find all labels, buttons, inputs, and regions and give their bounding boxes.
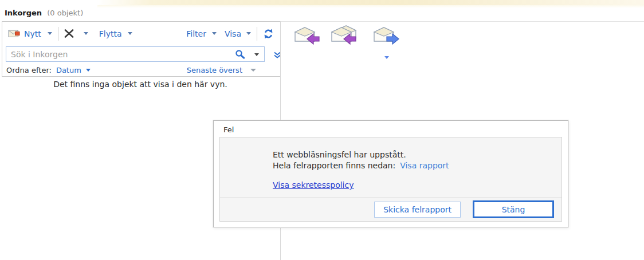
toolbar-separator (58, 27, 58, 41)
search-options-caret-icon[interactable] (254, 53, 259, 56)
forward-dropdown-caret-icon[interactable] (384, 50, 389, 61)
delete-x-icon[interactable] (64, 29, 74, 38)
close-button[interactable]: Stäng (473, 200, 554, 218)
new-button[interactable]: Nytt (24, 29, 41, 38)
refresh-icon[interactable] (263, 29, 274, 39)
move-dropdown-caret-icon[interactable] (128, 32, 132, 35)
owa-inbox-screen: Inkorgen (0 objekt) Nytt Flytta (0, 0, 644, 260)
search-input[interactable] (6, 46, 265, 62)
sort-field-dropdown[interactable]: Datum (56, 66, 81, 74)
forward-icon[interactable] (372, 26, 400, 48)
reading-pane-top-border (281, 21, 644, 22)
folder-title: Inkorgen (5, 9, 42, 17)
delete-dropdown-caret-icon[interactable] (84, 32, 88, 35)
sort-by-label: Ordna efter: (6, 66, 52, 74)
toolbar-separator (257, 27, 257, 41)
list-pane-controls: Nytt Flytta Filter Visa (2, 21, 281, 77)
sort-bar: Ordna efter: Datum Senaste överst (2, 64, 280, 76)
new-mail-icon[interactable] (8, 29, 21, 38)
view-dropdown-caret-icon[interactable] (246, 32, 251, 35)
privacy-policy-link[interactable]: Visa sekretesspolicy (273, 180, 354, 191)
view-report-link[interactable]: Visa rapport (400, 161, 449, 170)
folder-header: Inkorgen (0 objekt) (5, 9, 83, 17)
error-message-line1: Ett webbläsningsfel har uppstått. (273, 149, 556, 160)
folder-item-count: (0 objekt) (47, 9, 83, 17)
search-bar (2, 45, 280, 64)
new-dropdown-caret-icon[interactable] (48, 32, 52, 35)
reply-icon[interactable] (293, 26, 321, 48)
sort-order-dropdown[interactable]: Senaste överst (187, 66, 242, 74)
send-error-report-button[interactable]: Skicka felrapport (374, 202, 461, 218)
empty-list-message: Det finns inga objekt att visa i den här… (0, 80, 281, 89)
dialog-body-panel: Ett webbläsningsfel har uppstått. Hela f… (219, 137, 562, 222)
error-dialog: Fel Ett webbläsningsfel har uppstått. He… (213, 120, 568, 227)
top-yellow-band-fade (97, 5, 644, 8)
search-icon[interactable] (235, 49, 245, 61)
sort-field-caret-icon[interactable] (86, 69, 91, 72)
view-button[interactable]: Visa (225, 29, 241, 38)
move-button[interactable]: Flytta (99, 29, 122, 38)
filter-dropdown-caret-icon[interactable] (212, 32, 217, 35)
dialog-title: Fel (223, 125, 234, 134)
mail-toolbar: Nytt Flytta Filter Visa (2, 22, 280, 45)
dialog-message: Ett webbläsningsfel har uppstått. Hela f… (220, 137, 561, 197)
error-message-line2: Hela felrapporten finns nedan:Visa rappo… (273, 160, 556, 171)
dialog-footer: Skicka felrapport Stäng (220, 197, 561, 221)
filter-button[interactable]: Filter (186, 29, 206, 38)
reply-all-icon[interactable] (330, 23, 360, 48)
top-yellow-band (97, 0, 644, 5)
sort-order-caret-icon[interactable] (250, 69, 256, 72)
